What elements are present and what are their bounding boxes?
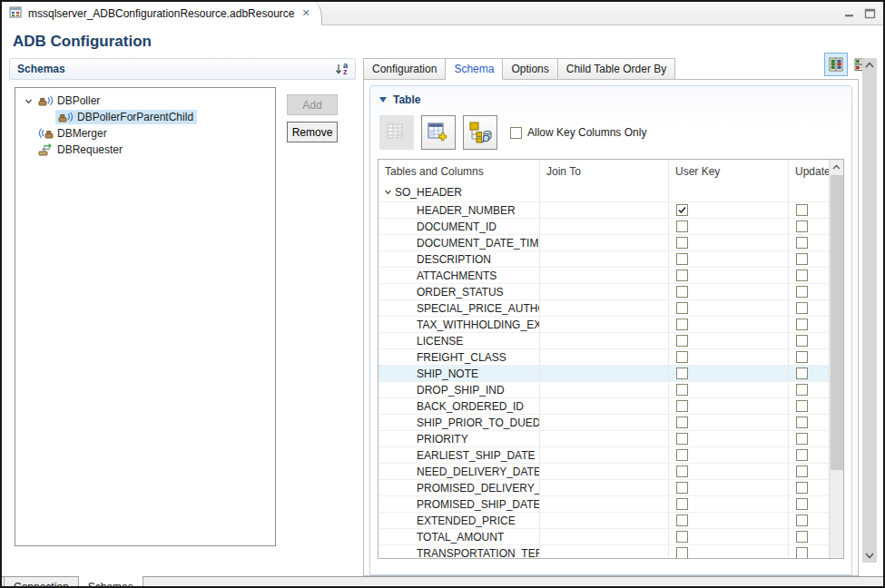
- table-row-DOCUMENT_ID[interactable]: DOCUMENT_ID: [379, 218, 843, 234]
- table-row-EXTENDED_PRICE[interactable]: EXTENDED_PRICE: [379, 512, 843, 528]
- update-checkbox[interactable]: [796, 384, 808, 396]
- minimize-icon[interactable]: [844, 9, 855, 18]
- join-to-cell[interactable]: [540, 480, 669, 495]
- chevron-down-icon[interactable]: [384, 186, 392, 199]
- table-group-row-SO_HEADER[interactable]: SO_HEADER: [379, 183, 843, 201]
- user-key-checkbox[interactable]: [676, 514, 688, 526]
- user-key-checkbox[interactable]: [676, 384, 688, 396]
- allow-key-columns-checkbox[interactable]: [510, 127, 522, 139]
- update-checkbox[interactable]: [796, 270, 808, 281]
- update-checkbox[interactable]: [796, 368, 808, 379]
- table-row-SPECIAL_PRICE_AUTHORIZA[interactable]: SPECIAL_PRICE_AUTHORIZA: [379, 299, 843, 316]
- update-checkbox[interactable]: [796, 531, 808, 543]
- update-checkbox[interactable]: [796, 416, 808, 428]
- update-checkbox[interactable]: [796, 204, 808, 216]
- join-to-cell[interactable]: [540, 431, 669, 446]
- insert-table-button[interactable]: [379, 115, 414, 150]
- remove-button[interactable]: Remove: [287, 122, 338, 142]
- table-row-FREIGHT_CLASS[interactable]: FREIGHT_CLASS: [379, 348, 843, 365]
- page-tab-connection[interactable]: Connection: [4, 577, 79, 588]
- tree-item-DBPoller[interactable]: DBPoller: [15, 93, 275, 109]
- join-to-cell[interactable]: [540, 496, 669, 512]
- update-checkbox[interactable]: [796, 253, 808, 265]
- join-to-cell[interactable]: [540, 284, 669, 299]
- join-to-cell[interactable]: [540, 529, 669, 544]
- user-key-checkbox[interactable]: [676, 318, 688, 330]
- update-checkbox[interactable]: [796, 466, 808, 477]
- user-key-checkbox[interactable]: [676, 466, 688, 477]
- table-row-LICENSE[interactable]: LICENSE: [379, 332, 843, 348]
- user-key-checkbox[interactable]: [676, 335, 688, 347]
- chevron-down-icon[interactable]: [21, 97, 35, 105]
- join-to-cell[interactable]: [540, 219, 669, 234]
- add-button[interactable]: Add: [287, 94, 338, 115]
- column-header-user-key[interactable]: User Key: [669, 160, 789, 183]
- user-key-checkbox[interactable]: [676, 449, 688, 461]
- table-row-BACK_ORDERED_ID[interactable]: BACK_ORDERED_ID: [379, 397, 843, 414]
- user-key-checkbox[interactable]: [676, 237, 688, 249]
- table-row-SHIP_NOTE[interactable]: SHIP_NOTE: [379, 365, 843, 381]
- page-tab-schemas[interactable]: Schemas: [78, 577, 143, 588]
- join-to-cell[interactable]: [540, 545, 669, 559]
- join-to-cell[interactable]: [540, 464, 669, 479]
- join-to-cell[interactable]: [540, 317, 669, 332]
- join-to-cell[interactable]: [540, 268, 669, 283]
- join-to-cell[interactable]: [540, 251, 669, 267]
- sort-az-icon[interactable]: az: [335, 63, 348, 75]
- table-row-TOTAL_AMOUNT[interactable]: TOTAL_AMOUNT: [379, 528, 843, 544]
- table-row-DROP_SHIP_IND[interactable]: DROP_SHIP_IND: [379, 381, 843, 397]
- table-row-PRIORITY[interactable]: PRIORITY: [379, 430, 843, 446]
- user-key-checkbox[interactable]: [676, 400, 688, 412]
- join-to-cell[interactable]: [540, 300, 669, 316]
- update-checkbox[interactable]: [796, 433, 808, 445]
- user-key-checkbox[interactable]: [676, 286, 688, 298]
- table-row-DESCRIPTION[interactable]: DESCRIPTION: [379, 250, 843, 267]
- join-to-cell[interactable]: [540, 398, 669, 414]
- user-key-checkbox[interactable]: [676, 547, 688, 559]
- update-checkbox[interactable]: [796, 351, 808, 363]
- update-checkbox[interactable]: [796, 547, 808, 559]
- join-to-cell[interactable]: [540, 447, 669, 463]
- user-key-checkbox[interactable]: [676, 204, 688, 216]
- join-to-cell[interactable]: [540, 382, 669, 397]
- add-table-button[interactable]: [421, 115, 456, 150]
- table-row-HEADER_NUMBER[interactable]: HEADER_NUMBER: [379, 201, 843, 218]
- table-row-ATTACHMENTS[interactable]: ATTACHMENTS: [379, 267, 843, 283]
- join-to-cell[interactable]: [540, 366, 669, 381]
- table-row-PROMISED_DELIVERY_DATE[interactable]: PROMISED_DELIVERY_DATE: [379, 479, 843, 495]
- user-key-checkbox[interactable]: [676, 433, 688, 445]
- join-to-cell[interactable]: [540, 415, 669, 430]
- user-key-checkbox[interactable]: [676, 270, 688, 281]
- user-key-checkbox[interactable]: [676, 368, 688, 379]
- column-header-tables-and-columns[interactable]: Tables and Columns: [379, 160, 540, 183]
- table-row-DOCUMENT_DATE_TIME[interactable]: DOCUMENT_DATE_TIME: [379, 234, 843, 250]
- table-row-PROMISED_SHIP_DATE[interactable]: PROMISED_SHIP_DATE: [379, 495, 843, 512]
- editor-tab[interactable]: mssqlserver_ADBConfigurationResource.adb…: [2, 2, 322, 25]
- tree-item-DBMerger[interactable]: DBMerger: [15, 125, 275, 142]
- user-key-checkbox[interactable]: [676, 498, 688, 510]
- update-checkbox[interactable]: [796, 335, 808, 347]
- update-checkbox[interactable]: [796, 498, 808, 510]
- user-key-checkbox[interactable]: [676, 253, 688, 265]
- tree-item-DBRequester[interactable]: DBRequester: [15, 142, 275, 158]
- table-row-ORDER_STATUS[interactable]: ORDER_STATUS: [379, 283, 843, 299]
- scroll-down-icon[interactable]: [862, 549, 877, 563]
- update-checkbox[interactable]: [796, 220, 808, 232]
- scroll-up-icon[interactable]: [830, 160, 843, 174]
- update-checkbox[interactable]: [796, 514, 808, 526]
- tab-child-table-order-by[interactable]: Child Table Order By: [558, 58, 676, 80]
- table-scrollbar-thumb[interactable]: [831, 175, 843, 470]
- update-checkbox[interactable]: [796, 449, 808, 461]
- form-scrollbar[interactable]: [862, 58, 877, 563]
- join-to-cell[interactable]: [540, 235, 669, 250]
- user-key-checkbox[interactable]: [676, 351, 688, 363]
- tree-item-DBPollerForParentChild[interactable]: DBPollerForParentChild: [15, 109, 275, 125]
- collapse-triangle-icon[interactable]: [379, 97, 387, 103]
- update-checkbox[interactable]: [796, 482, 808, 494]
- join-to-cell[interactable]: [540, 202, 669, 218]
- close-icon[interactable]: ✕: [301, 7, 310, 19]
- update-checkbox[interactable]: [796, 318, 808, 330]
- table-scrollbar[interactable]: [829, 160, 843, 558]
- update-checkbox[interactable]: [796, 302, 808, 314]
- table-row-TRANSPORTATION_TERM[interactable]: TRANSPORTATION_TERM: [379, 544, 843, 559]
